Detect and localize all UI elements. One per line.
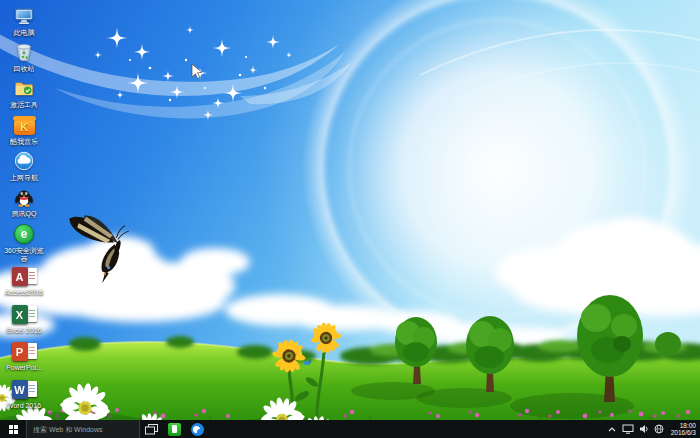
task-view-button[interactable] [140,420,163,438]
icon-label: Word 2016 [7,402,41,410]
desktop-icon-360-browser[interactable]: e 360安全浏览器 [1,222,47,263]
display-icon [622,424,634,434]
icon-label: 腾讯QQ [12,210,37,218]
access-letter: A [16,271,24,283]
360-letter: e [21,228,28,240]
pinned-app-blue-icon [191,423,204,436]
desktop-icon-powerpoint[interactable]: P PowerPoi... [1,339,47,372]
start-button[interactable] [0,420,26,438]
recycle-bin-icon [13,40,35,64]
icon-label: 回收站 [14,65,35,73]
access-icon: A [12,264,37,288]
desktop-icon-word[interactable]: W Word 2016 [1,377,47,410]
system-tray: 18:00 2016/6/3 [607,422,700,437]
excel-letter: X [16,309,23,321]
desktop-icon-web-navigation[interactable]: 上网导航 [1,149,47,182]
qq-penguin-icon [13,185,35,209]
desktop-icon-access[interactable]: A Access2016 [1,264,47,297]
tray-display-button[interactable] [622,424,634,434]
this-pc-icon [13,4,35,28]
tray-expand-button[interactable] [607,425,617,433]
desktop-screen: 此电脑 回收站 [0,0,700,438]
search-box[interactable] [26,420,140,438]
search-input[interactable] [33,426,139,433]
desktop-icon-recycle-bin[interactable]: 回收站 [1,40,47,73]
wallpaper [0,0,700,420]
windows-logo-icon [9,425,18,434]
tray-volume-button[interactable] [639,424,649,434]
icon-label: PowerPoi... [6,364,42,372]
excel-icon: X [12,302,37,326]
360-browser-icon: e [14,222,34,246]
chevron-up-icon [607,425,617,433]
tray-network-button[interactable] [654,424,664,434]
icon-label: 酷我音乐 [10,138,38,146]
desktop-icon-kuwo-music[interactable]: K 酷我音乐 [1,113,47,146]
tray-clock[interactable]: 18:00 2016/6/3 [669,422,696,437]
taskbar: 18:00 2016/6/3 [0,420,700,438]
task-view-icon [145,424,158,435]
clock-time: 18:00 [680,422,696,430]
icon-label: 上网导航 [10,174,38,182]
tools-folder-icon [13,76,35,100]
kuwo-letter: K [20,122,28,133]
pinned-app-green-icon [168,423,181,436]
icon-label: 360安全浏览器 [1,247,47,263]
powerpoint-letter: P [16,346,23,358]
powerpoint-icon: P [12,339,37,363]
desktop-icon-tencent-qq[interactable]: 腾讯QQ [1,185,47,218]
icon-label: 激活工具 [10,101,38,109]
clock-date: 2016/6/3 [671,429,696,437]
icon-label: 此电脑 [14,29,35,37]
desktop-icon-excel[interactable]: X Excel 2016 [1,302,47,335]
speaker-icon [639,424,649,434]
icon-label: Excel 2016 [7,327,42,335]
word-icon: W [12,377,37,401]
icon-label: Access2016 [5,289,43,297]
web-navigation-icon [13,149,35,173]
pinned-app-green[interactable] [163,420,186,438]
desktop-icon-this-pc[interactable]: 此电脑 [1,4,47,37]
globe-icon [654,424,664,434]
desktop-icon-activation-tools[interactable]: 激活工具 [1,76,47,109]
pinned-app-blue[interactable] [186,420,209,438]
word-letter: W [14,384,24,396]
kuwo-music-icon: K [14,113,35,137]
